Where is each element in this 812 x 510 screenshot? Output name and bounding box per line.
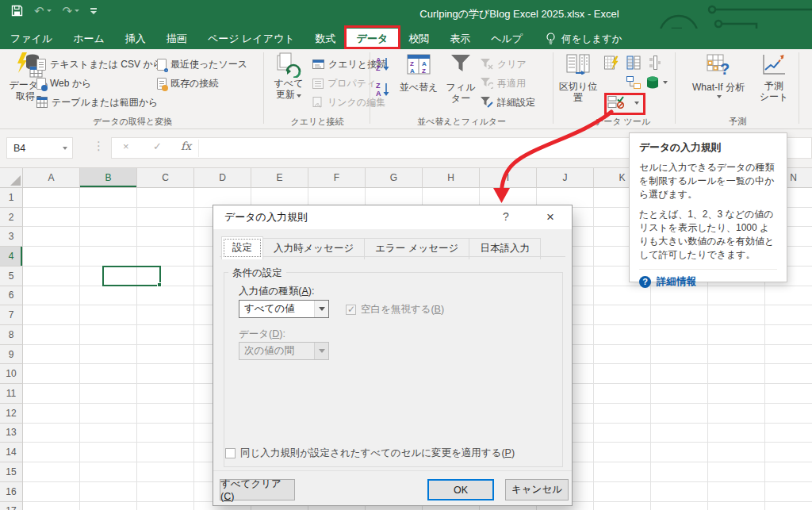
ribbon-tabs: ファイルホーム挿入描画ページ レイアウト数式データ校閲表示ヘルプ [0,29,533,49]
excel-window: ↶ ↷ Curlpingの学びBlog Excel 2025.xlsx - Ex… [0,0,812,510]
filter-button[interactable]: フィルター [442,54,479,104]
row-header-1[interactable]: 1 [0,188,23,208]
edit-links-icon [312,97,324,108]
tell-me-more-link[interactable]: ? 詳細情報 [639,275,777,289]
remove-duplicates-button[interactable] [626,56,641,70]
row-header-16[interactable]: 16 [0,482,23,502]
relationships-button[interactable] [626,76,641,89]
select-all-corner[interactable] [0,168,23,188]
insert-function-icon[interactable]: fx [181,140,191,152]
row-header-11[interactable]: 11 [0,384,23,404]
row-header-6[interactable]: 6 [0,286,23,306]
tell-me-search[interactable]: 何をしますか [546,29,622,49]
sort-descending-button[interactable]: ZA [375,81,391,97]
existing-connections-button[interactable]: 既存の接続 [157,75,218,92]
column-header-I[interactable]: I [480,168,537,188]
flash-fill-button[interactable] [604,56,619,70]
chevron-down-icon [314,343,328,359]
apply-all-checkbox[interactable]: 同じ入力規則が設定されたすべてのセルに変更を適用する(P) [225,447,515,460]
undo-button[interactable]: ↶ [34,5,52,17]
cancel-icon[interactable]: × [123,140,129,152]
svg-text:Z: Z [422,67,426,75]
name-box[interactable]: B4 [6,137,73,159]
column-header-H[interactable]: H [423,168,480,188]
text-to-columns-button[interactable]: 区切り位置 [555,54,601,103]
queries-connections-icon [312,59,324,69]
tab-ヘルプ[interactable]: ヘルプ [481,29,533,49]
checkbox-unchecked-icon[interactable] [225,448,236,458]
ok-button[interactable]: OK [427,479,494,500]
manage-data-model-button[interactable] [645,76,668,89]
filter-label: フィルター [442,82,479,104]
customize-qat-button[interactable] [90,8,97,14]
row-header-10[interactable]: 10 [0,364,23,384]
row-header-5[interactable]: 5 [0,267,23,286]
recent-sources-button[interactable]: 最近使ったソース [157,56,247,73]
checkbox-checked-icon[interactable] [346,305,356,315]
tab-表示[interactable]: 表示 [439,29,481,49]
dialog-close-button[interactable]: × [540,209,561,226]
from-web-button[interactable]: Web から [36,75,91,92]
column-header-E[interactable]: E [251,168,308,188]
cancel-button[interactable]: キャンセル [505,479,569,500]
save-button[interactable] [11,5,23,17]
row-header-13[interactable]: 13 [0,424,23,443]
from-text-csv-button[interactable]: テキストまたは CSV から [36,56,163,73]
what-if-analysis-button[interactable]: ? What-If 分析 [682,54,755,98]
clear-all-button[interactable]: すべてクリア(C) [220,479,295,500]
dialog-tab-設定[interactable]: 設定 [221,236,263,259]
sort-button[interactable]: ZA AZ 並べ替え [396,54,441,93]
consolidate-button[interactable] [649,56,661,70]
sort-ascending-button[interactable]: AZ [375,56,391,71]
dialog-title-bar[interactable]: データの入力規則 [213,205,572,229]
undo-dropdown-icon[interactable] [47,10,52,12]
forecast-sheet-button[interactable]: 予測 シート [755,54,793,102]
lightbulb-icon [546,33,556,45]
advanced-filter-button[interactable]: 詳細設定 [481,94,535,111]
row-header-7[interactable]: 7 [0,305,23,325]
row-header-15[interactable]: 15 [0,462,23,482]
tab-ホーム[interactable]: ホーム [63,29,115,49]
row-header-9[interactable]: 9 [0,345,23,365]
tab-挿入[interactable]: 挿入 [115,29,156,49]
formula-bar-grip[interactable]: ⋮ [93,139,105,153]
selected-cell-b4[interactable] [102,266,161,286]
chevron-down-icon[interactable] [314,301,328,317]
data-validation-dropdown[interactable] [630,95,642,111]
consolidate-icon [649,56,661,70]
tab-数式[interactable]: 数式 [305,29,347,49]
group-separator [370,52,370,124]
refresh-all-button[interactable]: すべて 更新 [268,52,309,100]
column-header-G[interactable]: G [366,168,423,188]
tab-ファイル[interactable]: ファイル [0,29,63,49]
column-header-B[interactable]: B [80,168,137,188]
row-header-17[interactable]: 17 [0,502,23,510]
redo-button[interactable]: ↷ [63,5,80,17]
row-header-2[interactable]: 2 [0,208,23,228]
column-header-F[interactable]: F [308,168,366,188]
refresh-all-icon [276,52,301,78]
column-header-A[interactable]: A [23,168,80,188]
column-header-D[interactable]: D [194,168,251,188]
fill-handle[interactable] [157,282,162,287]
tab-ページ レイアウト[interactable]: ページ レイアウト [197,29,305,49]
row-header-4[interactable]: 4 [0,247,23,267]
tab-描画[interactable]: 描画 [156,29,197,49]
row-header-12[interactable]: 12 [0,404,23,424]
row-header-8[interactable]: 8 [0,325,23,345]
dialog-help-button[interactable]: ? [496,210,516,225]
data-validation-button[interactable] [607,95,625,109]
enter-icon[interactable]: ✓ [153,140,162,152]
tab-校閲[interactable]: 校閲 [398,29,439,49]
row-header-14[interactable]: 14 [0,443,23,462]
allow-combobox[interactable]: すべての値 [239,300,329,318]
ignore-blank-checkbox[interactable]: 空白を無視する(B) [346,303,444,316]
tab-データ[interactable]: データ [347,29,399,49]
redo-dropdown-icon[interactable] [75,10,79,12]
relationships-icon [626,76,641,89]
column-header-J[interactable]: J [537,168,594,188]
column-header-C[interactable]: C [137,168,194,188]
tell-me-label: 何をしますか [561,33,622,46]
row-header-3[interactable]: 3 [0,227,23,247]
from-table-range-button[interactable]: テーブルまたは範囲から [36,94,158,111]
